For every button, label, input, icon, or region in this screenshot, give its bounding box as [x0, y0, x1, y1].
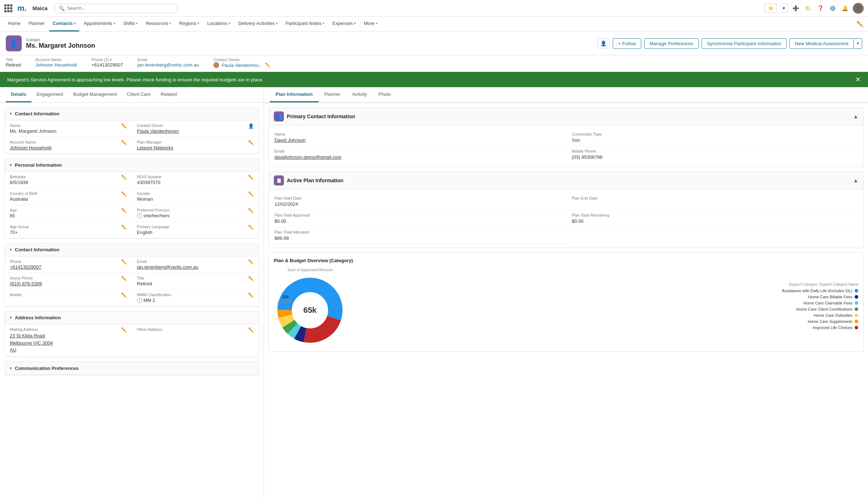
- mailing-address-edit[interactable]: ✏️: [121, 327, 127, 333]
- tab-engagement[interactable]: Engagement: [31, 87, 68, 102]
- field-name-edit[interactable]: ✏️: [121, 123, 127, 129]
- search-input[interactable]: [67, 5, 174, 11]
- contact-meta: Title Retired Account Name Johnson House…: [0, 55, 868, 72]
- new-medical-assessment-button[interactable]: New Medical Assessment: [790, 38, 854, 49]
- nav-item-contacts[interactable]: Contacts ▾: [49, 16, 80, 31]
- plan-start-date-field: Plan Start Date 12/02/2024: [269, 193, 566, 210]
- title-edit[interactable]: ✏️: [248, 276, 254, 281]
- help-icon[interactable]: ❓: [816, 4, 825, 13]
- active-plan-title: Active Plan Information: [287, 178, 343, 183]
- nav-item-resources[interactable]: Resources ▾: [142, 16, 175, 31]
- owner-link[interactable]: Paula Vandenhov...: [222, 63, 262, 68]
- home-phone-edit[interactable]: ✏️: [121, 276, 127, 281]
- contact-info-section-header-2[interactable]: ▾ Contact Information: [5, 243, 259, 256]
- personal-info-header[interactable]: ▾ Personal Information: [5, 159, 259, 172]
- ndis-edit[interactable]: ✏️: [248, 175, 254, 180]
- account-name-link[interactable]: Johnson Household: [35, 62, 77, 68]
- nav-item-delivery-activities[interactable]: Delivery Activities ▾: [235, 16, 281, 31]
- primary-contact-collapse[interactable]: ▲: [853, 114, 858, 119]
- right-tab-activity[interactable]: Activity: [346, 87, 373, 102]
- primary-contact-email-link[interactable]: davidjohnson.demo@gmail.com: [275, 154, 341, 160]
- follow-button[interactable]: + Follow: [613, 38, 641, 49]
- contact-info-section-1: ▾ Contact Information Name Ms. Margaret …: [4, 107, 259, 154]
- right-tab-plan-info[interactable]: Plan Information: [270, 87, 319, 102]
- search-bar[interactable]: 🔍: [55, 4, 178, 13]
- nav-item-locations[interactable]: Locations ▾: [204, 16, 234, 31]
- legend-item-2: Home Care Claimable Fees: [353, 301, 858, 305]
- owner-edit-icon[interactable]: ✏️: [265, 63, 271, 68]
- communication-prefs-header[interactable]: ▾ Communication Preferences: [5, 362, 259, 375]
- primary-contact-name-link[interactable]: David Johnson: [275, 137, 306, 143]
- nav-item-more[interactable]: More ▾: [360, 16, 381, 31]
- account-name-field-link[interactable]: Johnson Household: [10, 145, 51, 150]
- nav-item-expenses[interactable]: Expenses ▾: [329, 16, 359, 31]
- account-name-edit[interactable]: ✏️: [121, 140, 127, 145]
- field-gender: GenderWoman ✏️: [132, 188, 259, 205]
- manage-preferences-button[interactable]: Manage Preferences: [644, 38, 699, 49]
- country-edit[interactable]: ✏️: [121, 191, 127, 197]
- field-other-address: Other Address ✏️: [132, 324, 259, 357]
- bell-icon[interactable]: 🔔: [841, 4, 849, 13]
- phone-link[interactable]: +61413029007: [10, 264, 41, 270]
- other-address-edit[interactable]: ✏️: [248, 327, 254, 333]
- nav-item-participant-notes[interactable]: Participant Notes ▾: [282, 16, 328, 31]
- tab-client-care[interactable]: Client Care: [122, 87, 156, 102]
- legend-item-5: Home Care Supplements: [353, 319, 858, 324]
- right-tab-planner[interactable]: Planner: [319, 87, 346, 102]
- nav-item-appointments[interactable]: Appointments ▾: [80, 16, 119, 31]
- chart-container: Sum of Approved Amount: [274, 268, 346, 346]
- edit-nav-icon[interactable]: ✏️: [856, 21, 864, 27]
- alert-close-button[interactable]: ✕: [855, 76, 861, 84]
- pronoun-edit[interactable]: ✏️: [248, 208, 254, 213]
- phone-edit[interactable]: ✏️: [121, 259, 127, 265]
- contact-info-fields-1: Name Ms. Margaret Johnson ✏️ Contact Own…: [5, 120, 259, 154]
- right-tab-photo[interactable]: Photo: [373, 87, 397, 102]
- contact-owner-edit[interactable]: 👤: [248, 123, 254, 129]
- nav-item-planner[interactable]: Planner: [25, 16, 48, 31]
- tab-details[interactable]: Details: [6, 87, 31, 102]
- email-field-link[interactable]: jan.tenenberg@vertic.com.au: [137, 264, 199, 270]
- legend-item-4: Home Care Subsidies: [353, 313, 858, 317]
- cloud-icon[interactable]: ⛅: [804, 4, 812, 13]
- gender-edit[interactable]: ✏️: [248, 191, 254, 197]
- tab-budget-management[interactable]: Budget Management: [68, 87, 122, 102]
- app-name: Maica: [33, 5, 48, 11]
- email-link[interactable]: jan.tenenberg@vertic.com.au: [137, 62, 199, 68]
- language-edit[interactable]: ✏️: [248, 225, 254, 230]
- nav-item-home[interactable]: Home: [4, 16, 24, 31]
- grid-menu-icon[interactable]: [4, 4, 12, 12]
- plan-manager-edit[interactable]: ✏️: [248, 140, 254, 145]
- field-age: Age85 ✏️: [5, 205, 132, 222]
- pronoun-info-icon[interactable]: i: [137, 213, 142, 218]
- tab-related[interactable]: Related: [156, 87, 182, 102]
- nav-item-shifts[interactable]: Shifts ▾: [120, 16, 142, 31]
- user-avatar[interactable]: 👤: [853, 3, 864, 14]
- contact-owner-field-link[interactable]: Paula Vandenhoven: [137, 128, 179, 134]
- age-group-edit[interactable]: ✏️: [121, 225, 127, 230]
- settings-icon[interactable]: ⚙️: [828, 4, 837, 13]
- age-edit[interactable]: ✏️: [121, 208, 127, 213]
- phone-dropdown-icon[interactable]: ▾: [110, 58, 112, 62]
- email-edit[interactable]: ✏️: [248, 259, 254, 265]
- birthdate-edit[interactable]: ✏️: [121, 175, 127, 180]
- new-medical-dropdown[interactable]: ▾: [854, 38, 862, 49]
- nav-item-regions[interactable]: Regions ▾: [175, 16, 203, 31]
- star-button[interactable]: ⭐: [765, 4, 777, 13]
- sync-participant-button[interactable]: Synchronise Participant Information: [702, 38, 787, 49]
- mailing-address-link[interactable]: 23 St Kilda RoadMelbourne VIC 3004AU: [10, 332, 119, 354]
- mobile-edit[interactable]: ✏️: [121, 293, 127, 298]
- home-phone-link[interactable]: (610) 876-5309: [10, 281, 42, 286]
- mmm-edit[interactable]: ✏️: [248, 293, 254, 298]
- add-icon[interactable]: ➕: [791, 4, 800, 13]
- address-info-header[interactable]: ▾ Address Information: [5, 311, 259, 324]
- mmm-info-icon[interactable]: i: [137, 298, 142, 303]
- person-icon-button[interactable]: 👤: [597, 38, 610, 48]
- star-dropdown[interactable]: ▾: [780, 4, 788, 13]
- communication-prefs-section: ▾ Communication Preferences: [4, 362, 259, 375]
- segment-callout-value: 15k: [277, 294, 294, 299]
- active-plan-collapse[interactable]: ▲: [853, 178, 858, 183]
- personal-info-title: Personal Information: [15, 162, 62, 168]
- contact-info-section-header-1[interactable]: ▾ Contact Information: [5, 107, 259, 120]
- plan-total-remaining-field: Plan Total Remaining $0.00: [566, 210, 863, 227]
- plan-manager-link[interactable]: Leisure Networks: [137, 145, 173, 150]
